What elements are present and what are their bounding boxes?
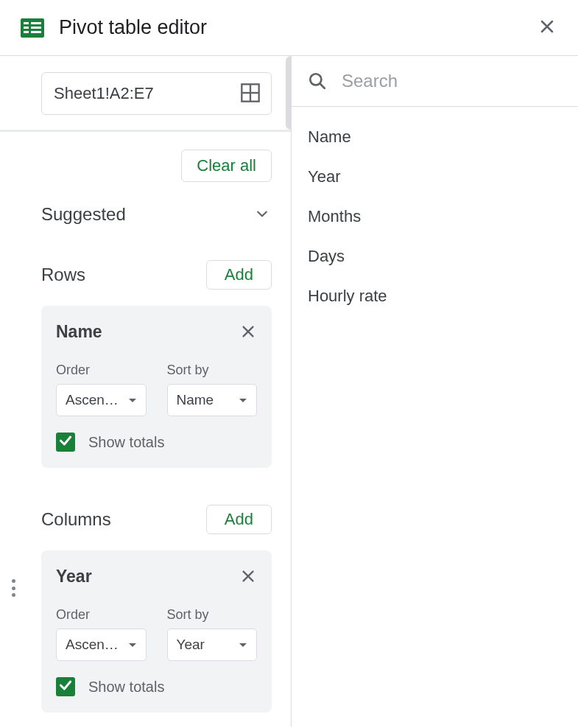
select-range-button[interactable] [239,83,261,105]
order-field: Order Ascen… [56,363,147,416]
card-remove-button[interactable] [239,323,257,341]
close-icon [538,18,556,38]
show-totals-row: Show totals [56,677,257,696]
suggested-toggle[interactable] [253,205,272,224]
field-item-hourly-rate[interactable]: Hourly rate [292,276,578,316]
columns-card-year: Year Order Ascen… [41,550,272,713]
right-panel: Name Year Months Days Hourly rate [292,56,578,727]
card-head: Name [56,322,257,342]
svg-rect-1 [24,22,41,24]
columns-section-header: Columns Add [41,505,272,534]
grid-icon [240,94,261,105]
sortby-select[interactable]: Name [167,384,258,416]
clear-all-button[interactable]: Clear all [181,150,272,182]
sortby-label: Sort by [167,363,258,378]
chevron-down-icon [255,212,269,223]
suggested-section[interactable]: Suggested [41,204,272,225]
divider [0,130,291,132]
order-field: Order Ascen… [56,607,147,661]
svg-rect-4 [29,22,31,33]
order-value: Ascen… [66,392,119,408]
show-totals-checkbox[interactable] [56,677,75,696]
drag-handle[interactable] [10,579,16,597]
caret-down-icon [128,638,137,651]
search-icon [308,71,327,91]
search-input[interactable] [342,71,562,91]
columns-add-button[interactable]: Add [206,505,272,534]
check-icon [58,678,73,696]
card-controls: Order Ascen… Sort by Year [56,607,257,661]
sortby-label: Sort by [167,607,258,623]
close-button[interactable] [537,18,557,38]
pivot-table-icon [21,18,44,38]
close-icon [240,331,256,342]
caret-down-icon [239,638,247,651]
rows-title: Rows [41,265,85,285]
scrollbar-thumb[interactable] [286,56,292,130]
field-item-months[interactable]: Months [292,197,578,237]
card-title: Year [56,567,92,587]
close-icon [240,575,256,587]
order-select[interactable]: Ascen… [56,629,147,661]
field-item-year[interactable]: Year [292,157,578,197]
search-row [292,56,578,107]
card-head: Year [56,567,257,587]
field-item-name[interactable]: Name [292,117,578,157]
sortby-value: Year [177,637,205,653]
page-title: Pivot table editor [59,16,537,39]
card-title: Name [56,322,102,342]
show-totals-label: Show totals [88,434,164,451]
rows-card-name: Name Order Ascen… [41,306,272,468]
rows-section-header: Rows Add [41,260,272,290]
left-panel: Clear all Suggested Rows Add Name [0,56,292,727]
field-list: Name Year Months Days Hourly rate [292,107,578,326]
svg-line-9 [320,84,325,88]
caret-down-icon [239,393,247,407]
clear-row: Clear all [41,150,272,182]
show-totals-row: Show totals [56,433,257,452]
range-input-wrap [41,72,272,115]
rows-add-button[interactable]: Add [206,260,272,290]
sortby-value: Name [177,392,214,408]
field-item-days[interactable]: Days [292,237,578,276]
sortby-select[interactable]: Year [167,629,258,661]
columns-title: Columns [41,509,111,530]
caret-down-icon [128,393,137,407]
range-input[interactable] [41,72,272,115]
card-remove-button[interactable] [239,568,257,586]
order-select[interactable]: Ascen… [56,384,147,416]
sortby-field: Sort by Year [167,607,258,661]
order-label: Order [56,363,147,378]
order-label: Order [56,607,147,623]
suggested-label: Suggested [41,204,126,225]
order-value: Ascen… [66,637,119,653]
header: Pivot table editor [0,0,578,56]
scrollbar[interactable] [286,56,292,130]
check-icon [58,433,73,451]
show-totals-checkbox[interactable] [56,433,75,452]
sortby-field: Sort by Name [167,363,258,416]
card-controls: Order Ascen… Sort by Name [56,363,257,416]
svg-rect-2 [24,27,41,29]
show-totals-label: Show totals [88,679,164,696]
svg-rect-3 [24,31,41,33]
main-layout: Clear all Suggested Rows Add Name [0,56,578,727]
